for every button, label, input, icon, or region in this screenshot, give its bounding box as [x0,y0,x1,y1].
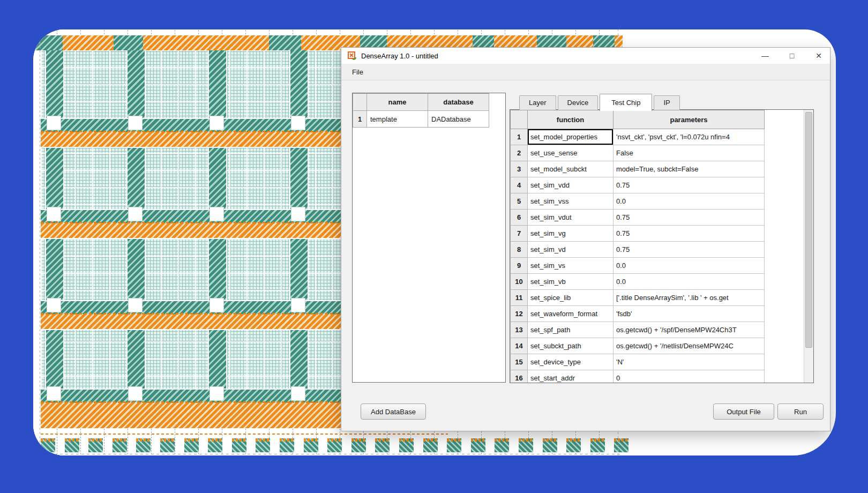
parameters-cell[interactable]: 0 [613,370,765,384]
layout-tap-cell [209,207,224,221]
row-number: 3 [511,161,528,177]
tab[interactable]: Device [558,95,598,110]
parameters-cell[interactable]: 0.75 [613,226,765,242]
filler-cell [765,370,795,384]
function-cell[interactable]: set_sim_vss [528,193,613,210]
filler-cell [765,110,795,129]
parameters-cell[interactable]: 'nsvt_ckt', 'psvt_ckt', 'l=0.072u nfin=4 [613,129,765,145]
layout-io-pad [256,438,270,452]
parameters-cell[interactable]: ['.title DenseArraySim', '.lib ' + os.ge… [613,290,765,306]
layout-tap-cell [291,298,305,312]
vertical-scrollbar[interactable] [804,110,813,383]
function-table-header: function parameters [511,110,795,129]
close-icon[interactable]: ✕ [815,48,822,64]
database-table: name database 1 template DADatabase [353,93,489,128]
layout-io-pad [519,438,533,452]
layout-tap-cell [47,207,61,221]
database-cell[interactable]: DADatabase [428,111,489,128]
row-number: 4 [511,177,528,193]
parameters-cell[interactable]: 'N' [613,354,765,370]
layout-io-pad [41,438,55,452]
layout-io-pad [495,438,509,452]
parameters-cell[interactable]: 'fsdb' [613,306,765,322]
output-file-button[interactable]: Output File [713,404,774,420]
name-cell[interactable]: template [367,111,428,128]
function-table-row: 3 set_model_subckt model=True, subckt=Fa… [511,161,795,177]
column-header-function: function [528,110,613,129]
function-cell[interactable]: set_sim_vdd [528,177,613,193]
parameters-cell[interactable]: model=True, subckt=False [613,161,765,177]
function-cell[interactable]: set_subckt_path [528,338,613,354]
layout-io-pad [184,438,199,452]
layout-power-rail [289,50,309,428]
tab[interactable]: Test Chip [600,94,652,111]
column-header-parameters: parameters [613,110,765,129]
run-button[interactable]: Run [777,404,824,420]
function-table-row: 8 set_sim_vd 0.75 [511,242,795,258]
function-table-row: 5 set_sim_vss 0.0 [511,193,795,210]
row-number: 16 [511,370,528,384]
scrollbar-thumb[interactable] [805,112,812,348]
row-number: 1 [511,129,528,145]
function-table-row: 7 set_sim_vg 0.75 [511,226,795,242]
parameters-cell[interactable]: 0.0 [613,258,765,274]
parameters-cell[interactable]: os.getcwd() + '/netlist/DenseMPW24C [613,338,765,354]
parameters-cell[interactable]: 0.75 [613,242,765,258]
layout-tap-cell [291,116,305,130]
parameters-cell[interactable]: False [613,145,765,161]
corner-cell [353,94,367,111]
parameters-cell[interactable]: os.getcwd() + '/spf/DenseMPW24Ch3T [613,322,765,338]
layout-tap-cell [128,116,143,130]
parameters-cell[interactable]: 0.75 [613,210,765,226]
function-table: function parameters 1 set_model_properti… [510,110,795,383]
maximize-icon[interactable]: □ [788,48,796,64]
function-cell[interactable]: set_sim_vb [528,274,613,290]
row-number: 12 [511,306,528,322]
layout-power-rail [208,50,227,428]
parameters-cell[interactable]: 0.75 [613,177,765,193]
row-number: 2 [511,145,528,161]
function-cell[interactable]: set_sim_vd [528,242,613,258]
database-table-header: name database [353,94,489,111]
layout-tap-cell [128,298,143,312]
database-row: 1 template DADatabase [353,111,489,128]
parameters-cell[interactable]: 0.0 [613,193,765,210]
densearray-window: DenseArray 1.0 - untitled — □ ✕ File nam… [341,47,830,431]
layout-tap-cell [291,207,305,221]
function-cell[interactable]: set_device_type [528,354,613,370]
function-cell[interactable]: set_sim_vdut [528,210,613,226]
layout-io-pad [423,438,438,452]
layout-tap-cell [209,298,224,312]
layout-top-band-block [33,35,63,50]
filler-cell [765,145,795,161]
function-table-row: 14 set_subckt_path os.getcwd() + '/netli… [511,338,795,354]
layout-route-dashes [41,434,448,435]
function-cell[interactable]: set_spf_path [528,322,613,338]
function-cell[interactable]: set_use_sense [528,145,613,161]
menu-file[interactable]: File [349,66,366,78]
function-cell[interactable]: set_model_subckt [528,161,613,177]
tab[interactable]: Layer [519,95,556,110]
row-number: 10 [511,274,528,290]
function-cell[interactable]: set_model_properties [528,129,613,145]
function-table-row: 15 set_device_type 'N' [511,354,795,370]
function-table-row: 11 set_spice_lib ['.title DenseArraySim'… [511,290,795,306]
function-table-row: 9 set_sim_vs 0.0 [511,258,795,274]
function-cell[interactable]: set_sim_vs [528,258,613,274]
minimize-icon[interactable]: — [761,48,769,64]
layout-tap-cell [47,116,61,130]
tab[interactable]: IP [654,95,679,110]
layout-ruler-ticks [33,29,623,35]
layout-io-pad [208,438,222,452]
parameters-cell[interactable]: 0.0 [613,274,765,290]
filler-cell [765,161,795,177]
function-cell[interactable]: set_waveform_format [528,306,613,322]
function-table-row: 6 set_sim_vdut 0.75 [511,210,795,226]
add-database-button[interactable]: Add DataBase [361,404,426,420]
layout-io-pad [399,438,414,452]
column-header-database: database [428,94,489,111]
function-cell[interactable]: set_sim_vg [528,226,613,242]
function-cell[interactable]: set_start_addr [528,370,613,384]
filler-cell [765,210,795,226]
function-cell[interactable]: set_spice_lib [528,290,613,306]
